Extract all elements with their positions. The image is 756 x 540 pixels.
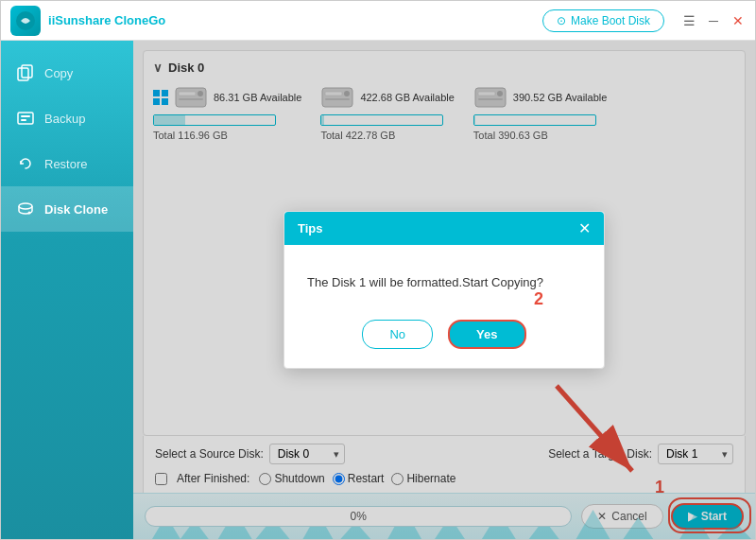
svg-rect-5 <box>21 119 26 121</box>
title-bar-left: iiSunshare CloneGo <box>10 6 165 36</box>
sidebar-item-copy[interactable]: Copy <box>1 50 133 96</box>
title-bar: iiSunshare CloneGo ⊙ Make Boot Disk ☰ ─ … <box>1 1 755 41</box>
modal-footer-wrapper: 2 No Yes <box>284 310 604 368</box>
sidebar-item-restore[interactable]: Restore <box>1 141 133 186</box>
disk-clone-icon <box>16 200 35 218</box>
modal-body: The Disk 1 will be formatted.Start Copyi… <box>284 245 604 311</box>
modal-no-label: No <box>389 327 405 341</box>
svg-rect-1 <box>18 68 28 80</box>
main-layout: Copy Backup <box>1 41 755 539</box>
sidebar-restore-label: Restore <box>44 157 88 171</box>
modal-footer: No Yes <box>284 310 604 368</box>
modal-overlay: Tips ✕ The Disk 1 will be formatted.Star… <box>133 41 755 539</box>
close-button[interactable]: ✕ <box>730 13 746 28</box>
app-logo <box>10 6 41 36</box>
svg-point-7 <box>28 212 31 215</box>
backup-icon <box>16 109 35 128</box>
content-area: ∨ Disk 0 <box>133 41 755 539</box>
modal-yes-label: Yes <box>476 327 497 341</box>
restore-icon <box>16 154 35 173</box>
sidebar-backup-label: Backup <box>44 112 85 126</box>
sidebar-item-disk-clone[interactable]: Disk Clone <box>1 186 133 232</box>
app-name: iiSunshare CloneGo <box>48 13 165 27</box>
app-window: iiSunshare CloneGo ⊙ Make Boot Disk ☰ ─ … <box>0 0 756 540</box>
svg-point-6 <box>19 203 32 209</box>
modal-dialog: Tips ✕ The Disk 1 will be formatted.Star… <box>284 211 605 370</box>
modal-yes-button[interactable]: Yes <box>448 320 525 349</box>
sidebar-item-backup[interactable]: Backup <box>1 96 133 141</box>
menu-button[interactable]: ☰ <box>681 13 696 28</box>
sidebar-copy-label: Copy <box>44 66 73 80</box>
annotation-2-label: 2 <box>534 289 543 309</box>
modal-no-button[interactable]: No <box>362 320 433 349</box>
modal-header: Tips ✕ <box>284 212 604 245</box>
svg-rect-2 <box>22 65 32 78</box>
modal-close-button[interactable]: ✕ <box>578 219 591 237</box>
modal-title: Tips <box>298 221 323 235</box>
svg-rect-4 <box>21 115 30 117</box>
svg-rect-3 <box>18 113 33 124</box>
sidebar-disk-clone-label: Disk Clone <box>44 202 108 217</box>
make-boot-disk-button[interactable]: ⊙ Make Boot Disk <box>542 9 664 32</box>
boot-disk-icon: ⊙ <box>557 14 566 27</box>
modal-message: The Disk 1 will be formatted.Start Copyi… <box>307 275 543 289</box>
sidebar: Copy Backup <box>1 41 133 539</box>
title-controls: ☰ ─ ✕ <box>681 13 746 28</box>
copy-icon <box>16 63 35 82</box>
title-bar-right: ⊙ Make Boot Disk ☰ ─ ✕ <box>542 9 746 32</box>
minimize-button[interactable]: ─ <box>706 13 721 28</box>
